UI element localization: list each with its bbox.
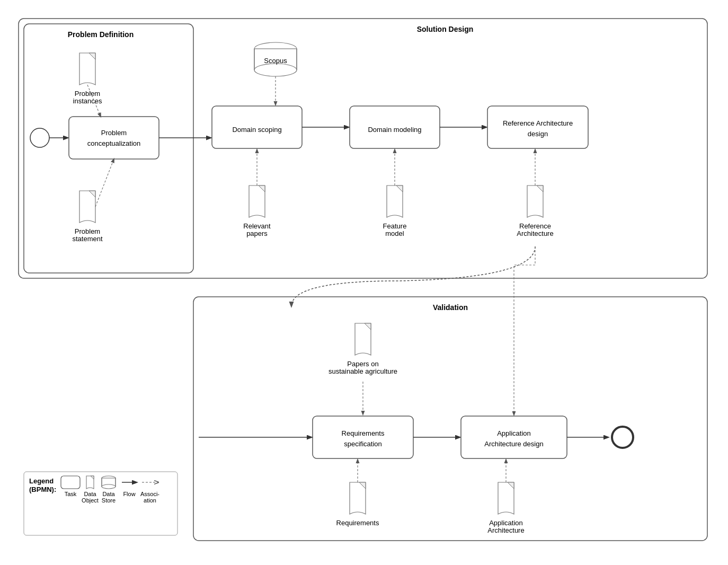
svg-text:model: model [385, 229, 404, 237]
problem-statement-label: Problem [75, 227, 100, 235]
diagram-container: Problem Definition Solution Design Probl… [11, 11, 717, 554]
scopus-label: Scopus [264, 57, 287, 65]
ref-arch-doc [527, 186, 543, 217]
refarch-to-validation-assoc [291, 246, 535, 306]
ref-arch-design-label1: Reference Architecture [503, 119, 573, 127]
requirements-label: Requirements [336, 519, 379, 527]
svg-text:statement: statement [72, 235, 102, 243]
svg-text:papers: papers [246, 229, 268, 237]
legend-dataobject-label1: Data [84, 491, 96, 497]
end-event [612, 427, 633, 448]
svg-text:Architecture design: Architecture design [484, 440, 543, 448]
start-event [30, 128, 49, 147]
svg-text:Store: Store [102, 497, 116, 504]
svg-text:ation: ation [144, 497, 156, 504]
scopus-datastore-bottom [254, 64, 297, 76]
requirements-doc [350, 482, 366, 514]
app-arch-design-label1: Application [497, 429, 531, 437]
legend-datastore-bottom [102, 484, 116, 489]
domain-modeling-label: Domain modeling [368, 126, 421, 134]
feature-model-doc [387, 186, 403, 217]
problem-instances-doc [79, 53, 95, 85]
problem-instances-label: Problem [75, 90, 100, 98]
papers-sustainable-doc [355, 323, 371, 355]
svg-text:specification: specification [344, 440, 382, 448]
legend-flow-label: Flow [123, 491, 135, 497]
papers-sustainable-label1: Papers on [347, 360, 378, 368]
app-arch-doc [498, 482, 514, 514]
legend-title: Legend [29, 477, 54, 485]
validation-border [193, 297, 707, 541]
legend-datastore-label1: Data [102, 491, 115, 497]
svg-text:design: design [528, 130, 548, 138]
problem-definition-label: Problem Definition [68, 30, 134, 39]
legend-bpmn-title: (BPMN): [29, 485, 56, 493]
svg-text:instances: instances [73, 97, 102, 105]
legend-assoc-label1: Associ- [140, 491, 159, 497]
ref-arch-label1: Reference [519, 222, 551, 230]
svg-text:sustainable agriculture: sustainable agriculture [329, 367, 397, 375]
statement-to-concept-assoc [95, 159, 114, 207]
problem-statement-doc [79, 191, 95, 223]
refarch-to-apparch-assoc [514, 246, 535, 415]
solution-design-label: Solution Design [417, 25, 474, 33]
relevant-papers-label1: Relevant [243, 222, 271, 230]
legend-task-label: Task [65, 491, 77, 497]
app-arch-label1: Application [489, 519, 523, 527]
req-spec-label1: Requirements [342, 429, 385, 437]
svg-text:conceptualization: conceptualization [87, 139, 140, 147]
relevant-papers-doc [249, 186, 265, 217]
problem-conceptualization-label: Problem [101, 129, 127, 137]
domain-scoping-label: Domain scoping [232, 126, 281, 134]
legend-task-box [61, 476, 80, 489]
svg-text:Object: Object [82, 497, 99, 504]
problem-conceptualization-box [69, 117, 159, 159]
svg-text:Architecture: Architecture [517, 229, 553, 237]
feature-model-label1: Feature [383, 222, 407, 230]
validation-label: Validation [433, 303, 468, 312]
svg-text:Architecture: Architecture [487, 526, 524, 534]
